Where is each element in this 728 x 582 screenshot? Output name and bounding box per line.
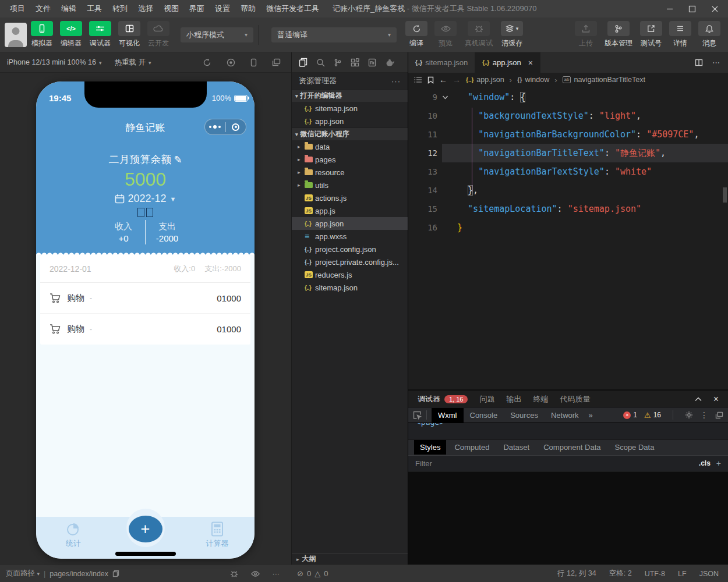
files-icon[interactable] [299, 58, 308, 67]
menu-item[interactable]: 文件 [30, 3, 56, 14]
debug-bug-icon[interactable] [230, 570, 238, 577]
hot-reload-toggle[interactable]: 热重载 开▾ [114, 58, 151, 68]
eol-type[interactable]: LF [678, 570, 687, 578]
capsule-more-icon[interactable] [205, 125, 225, 129]
breadcrumb-file[interactable]: app.json [466, 76, 504, 84]
more-tabs-icon[interactable]: » [589, 411, 593, 420]
teapot-icon[interactable] [385, 59, 395, 66]
tab-app-json[interactable]: app.json × [475, 52, 540, 73]
maximize-icon[interactable] [688, 5, 696, 13]
mode-select[interactable]: 小程序模式 ▾ [181, 27, 253, 42]
devtools-tab[interactable]: Network [545, 408, 585, 423]
extensions-icon[interactable] [351, 58, 359, 67]
user-avatar[interactable] [5, 23, 27, 47]
restart-icon[interactable] [203, 58, 211, 67]
copy-path-icon[interactable] [112, 570, 119, 577]
tree-item[interactable]: project.private.config.js... [292, 255, 408, 268]
code-line[interactable]: 10 "backgroundTextStyle": "light", [408, 107, 728, 125]
edit-pencil-icon[interactable]: ✎ [174, 154, 182, 165]
statusbar-problems-zone[interactable]: ⊘ 0 △ 0 [291, 565, 408, 582]
search-icon[interactable] [316, 58, 325, 67]
more-actions-icon[interactable]: ··· [391, 77, 401, 86]
cls-toggle[interactable]: .cls [699, 459, 711, 467]
messages-button[interactable]: 消息 [695, 21, 723, 48]
menu-item[interactable]: 编辑 [56, 3, 82, 14]
tab-calculator[interactable]: 计算器 [199, 521, 236, 549]
debugger-tab[interactable]: 代码质量 [560, 394, 590, 404]
test-account-button[interactable]: 测试号 [637, 21, 665, 48]
more-options-icon[interactable]: ··· [273, 570, 280, 578]
project-section[interactable]: ▾ 微信记账小程序 [292, 127, 408, 140]
tree-item[interactable]: app.wxss [292, 230, 408, 243]
debugger-tab[interactable]: 输出 [506, 394, 521, 404]
details-button[interactable]: 详情 [666, 21, 694, 48]
menu-item[interactable]: 视图 [158, 3, 184, 14]
more-actions-icon[interactable]: ⋯ [712, 58, 720, 67]
clear-cache-button[interactable]: ▾ 清缓存 [498, 21, 526, 48]
tree-item[interactable]: project.config.json [292, 243, 408, 255]
menu-item[interactable]: 转到 [107, 3, 133, 14]
open-editors-section[interactable]: ▾ 打开的编辑器 [292, 89, 408, 102]
editor-toggle-button[interactable]: </> 编辑器 [57, 21, 85, 48]
devtools-tab[interactable]: Wxml [432, 408, 464, 423]
menu-item[interactable]: 设置 [210, 3, 235, 14]
tree-item[interactable]: ▸ utils [292, 179, 408, 191]
undock-icon[interactable] [715, 411, 723, 419]
encoding[interactable]: UTF-8 [645, 570, 665, 578]
code-line[interactable]: 15 "sitemapLocation": "sitemap.json" [408, 200, 728, 218]
page-path-selector[interactable]: 页面路径 ▾ [6, 569, 40, 579]
collapse-panel-icon[interactable] [695, 397, 702, 402]
rotate-device-icon[interactable] [250, 58, 257, 67]
debugger-tab[interactable]: 终端 [533, 394, 548, 404]
open-editor-item[interactable]: sitemap.json [292, 102, 408, 115]
menu-item[interactable]: 选择 [133, 3, 158, 14]
menu-item[interactable]: 帮助 [235, 3, 261, 14]
style-tab[interactable]: Component Data [538, 440, 606, 455]
tree-item[interactable]: reducers.js [292, 268, 408, 281]
close-panel-icon[interactable]: × [713, 394, 719, 404]
breadcrumb-object[interactable]: window [517, 76, 549, 84]
record-icon[interactable] [227, 58, 235, 67]
style-tab[interactable]: Scope Data [609, 440, 660, 455]
warning-counter[interactable]: ⚠16 [644, 411, 661, 420]
debugger-toggle-button[interactable]: 调试器 [86, 21, 114, 48]
debugger-tab[interactable]: 问题 [479, 394, 494, 404]
style-tab[interactable]: Styles [414, 440, 446, 455]
tab-statistics[interactable]: 统计 [55, 521, 92, 549]
bookmark-icon[interactable] [427, 76, 434, 84]
editor-scrollbar[interactable] [723, 187, 727, 203]
code-line[interactable]: 16} [408, 218, 728, 237]
code-line[interactable]: 11 "navigationBarBackgroundColor": "#509… [408, 125, 728, 144]
transaction-row[interactable]: 购物 - 01000 [40, 314, 250, 345]
devtools-tab[interactable]: Console [464, 408, 504, 423]
tree-item[interactable]: ▸ resource [292, 166, 408, 179]
style-tab[interactable]: Computed [448, 440, 495, 455]
code-line[interactable]: 12 "navigationBarTitleText": "静鱼记账", [408, 144, 728, 162]
source-control-icon[interactable] [334, 58, 342, 67]
compile-select[interactable]: 普通编译 ▾ [271, 27, 397, 42]
transaction-row[interactable]: 购物 - 01000 [40, 283, 250, 314]
inspect-element-icon[interactable] [413, 411, 422, 420]
menu-item[interactable]: 界面 [184, 3, 210, 14]
version-control-button[interactable]: 版本管理 [601, 21, 636, 48]
month-picker[interactable]: 2022-12 ▼ [36, 193, 255, 205]
devtools-tab[interactable]: Sources [504, 408, 545, 423]
back-icon[interactable]: ← [439, 75, 447, 84]
close-tab-icon[interactable]: × [528, 58, 533, 68]
budget-label-row[interactable]: 二月预算余额✎ [36, 152, 255, 166]
visualization-button[interactable]: 可视化 [115, 21, 143, 48]
tree-item[interactable]: ▸ data [292, 140, 408, 153]
code-line[interactable]: 13 "navigationBarTextStyle": "white" [408, 162, 728, 181]
tree-item[interactable]: app.js [292, 204, 408, 217]
indentation[interactable]: 空格: 2 [609, 569, 632, 579]
multi-window-icon[interactable] [272, 58, 281, 66]
split-editor-icon[interactable] [695, 59, 703, 66]
tree-item[interactable]: sitemap.json [292, 281, 408, 294]
visibility-eye-icon[interactable] [251, 571, 260, 577]
wxml-elements-panel[interactable]: <page> [408, 423, 728, 439]
error-counter[interactable]: ×1 [623, 411, 637, 419]
open-editor-item[interactable]: app.json [292, 115, 408, 127]
language-mode[interactable]: JSON [699, 570, 719, 578]
breadcrumb-property[interactable]: abnavigationBarTitleText [563, 76, 645, 84]
menu-item[interactable]: 工具 [82, 3, 107, 14]
